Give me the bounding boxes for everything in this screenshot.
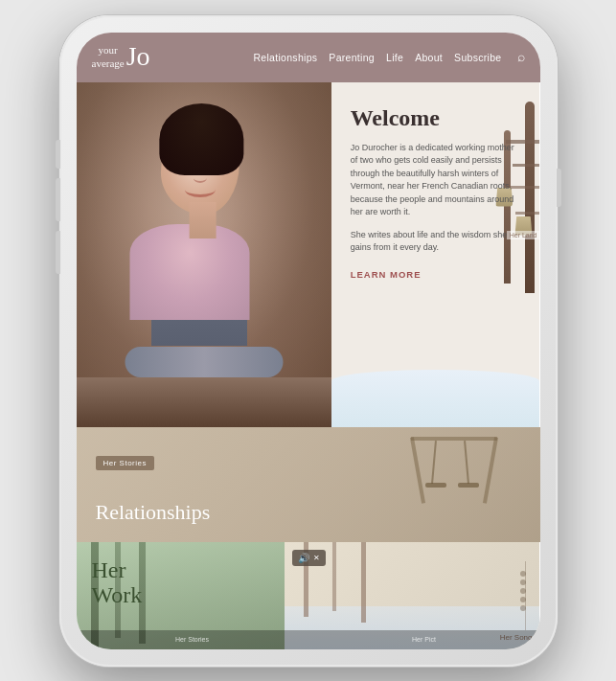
swing-top-bar — [411, 437, 497, 441]
song-tree-3 — [361, 542, 366, 623]
hero-photo — [77, 82, 331, 427]
song-tree-2 — [332, 542, 336, 612]
swing-chain-2 — [464, 440, 469, 483]
winter-snow — [331, 370, 540, 427]
tablet-screen: your average Jo Relationships Parenting … — [77, 33, 540, 649]
learn-more-link[interactable]: LEARN MORE — [351, 269, 422, 280]
logo-text-top: your average — [92, 44, 125, 69]
film-strip — [520, 571, 532, 621]
nav-subscribe[interactable]: Subscribe — [454, 52, 501, 63]
search-icon[interactable]: ⌕ — [517, 50, 525, 65]
vertical-divider — [525, 561, 526, 630]
power-button[interactable] — [557, 169, 561, 207]
bottom-nav-her-pict[interactable]: Her Pict — [308, 630, 540, 649]
nav-about[interactable]: About — [415, 52, 443, 63]
swing-seat-2 — [458, 483, 479, 488]
mute-icon: ✕ — [313, 554, 320, 562]
photo-arms — [125, 347, 283, 377]
tag-badge: Her Stories — [96, 456, 155, 470]
swing-silhouette — [397, 437, 512, 513]
welcome-title: Welcome — [351, 105, 521, 130]
media-controls[interactable]: 🔊 ✕ — [292, 550, 326, 566]
bottom-sections: Her Stories Relationships Her Work — [77, 427, 540, 649]
relationships-title: Relationships — [96, 500, 211, 525]
swing-seat-1 — [425, 483, 446, 488]
author-photo — [77, 82, 331, 427]
welcome-body-2: She writes about life and the wisdom she… — [351, 229, 521, 255]
swing-pole-left — [409, 437, 424, 504]
nav-life[interactable]: Life — [386, 52, 403, 63]
photo-neck — [189, 202, 216, 238]
nav-links: Relationships Parenting Life About Subsc… — [160, 50, 525, 65]
winter-tree-1 — [525, 102, 535, 293]
hero-text-panel: Her Land Welcome Jo Durocher is a dedica… — [331, 82, 540, 427]
bottom-nav-bar: Her Stories Her Pict — [77, 630, 540, 649]
nav-parenting[interactable]: Parenting — [329, 52, 375, 63]
welcome-body-1: Jo Durocher is a dedicated working mothe… — [351, 142, 521, 219]
volume-up-button[interactable] — [56, 178, 60, 221]
photo-smile — [184, 182, 215, 197]
navigation: your average Jo Relationships Parenting … — [77, 33, 540, 82]
hero-section: Her Land Welcome Jo Durocher is a dedica… — [77, 82, 540, 427]
relationships-section[interactable]: Her Stories Relationships — [77, 427, 540, 542]
swing-pole-right — [482, 437, 497, 504]
photo-table — [77, 377, 331, 427]
bottom-nav-her-stories[interactable]: Her Stories — [77, 630, 308, 649]
mute-button[interactable] — [56, 140, 60, 169]
photo-scarf — [129, 224, 249, 320]
logo-script: Jo — [126, 46, 150, 67]
site-logo[interactable]: your average Jo — [92, 44, 150, 69]
swing-chain-1 — [431, 440, 437, 483]
tablet-frame: your average Jo Relationships Parenting … — [59, 15, 558, 667]
nav-relationships[interactable]: Relationships — [253, 52, 317, 63]
volume-down-button[interactable] — [56, 231, 60, 274]
speaker-icon: 🔊 — [298, 553, 309, 563]
photo-hair — [159, 103, 243, 175]
her-work-title: Her Work — [92, 557, 270, 608]
